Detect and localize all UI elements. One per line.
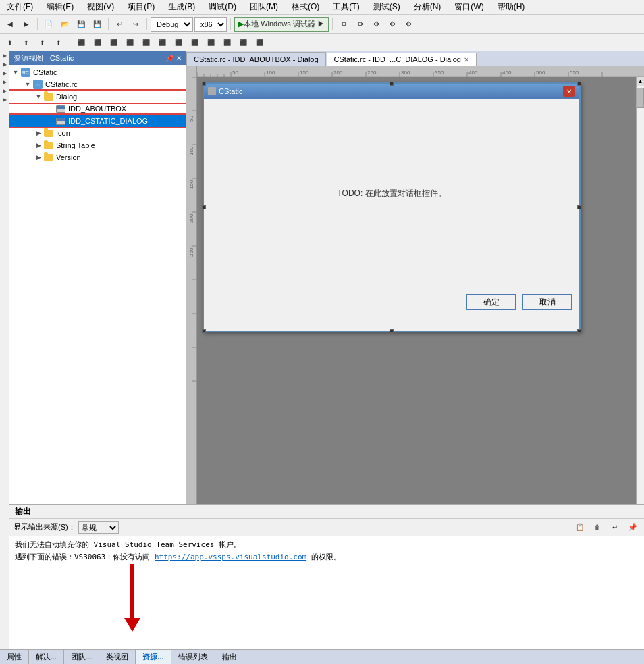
status-output[interactable]: 输出	[215, 650, 244, 664]
res-toolbar-btn4[interactable]: ⬆	[51, 35, 66, 50]
status-properties[interactable]: 属性	[0, 650, 29, 664]
toolbar-open[interactable]: 📂	[57, 17, 72, 32]
output-copy-btn[interactable]: 📋	[572, 520, 587, 535]
toolbar-new[interactable]: 📄	[41, 17, 56, 32]
status-solution[interactable]: 解决...	[29, 650, 64, 664]
menu-test[interactable]: 测试(S)	[369, 0, 404, 14]
toolbar-save-all[interactable]: 💾	[90, 17, 105, 32]
sidebar-icon1[interactable]: ▶	[1, 53, 9, 61]
sidebar-icon3[interactable]: ▶	[1, 70, 9, 78]
toolbar-back[interactable]: ◀	[3, 17, 18, 32]
output-pin-btn[interactable]: 📌	[625, 520, 640, 535]
menu-debug[interactable]: 调试(D)	[205, 0, 240, 14]
menu-tools[interactable]: 工具(T)	[329, 0, 363, 14]
tree-toggle-cstatic[interactable]: ▼	[11, 68, 20, 77]
tree-icon-rc: rc	[32, 79, 43, 90]
handle-bot-right[interactable]	[577, 329, 581, 333]
run-button[interactable]: ▶ 本地 Windows 调试器 ▶	[234, 17, 329, 32]
status-team[interactable]: 团队...	[64, 650, 99, 664]
status-class[interactable]: 类视图	[99, 650, 136, 664]
tab-close-icon[interactable]: ✕	[464, 56, 469, 63]
res-toolbar-btn1[interactable]: ⬆	[3, 35, 18, 50]
toolbar-extra4[interactable]: ⚙	[385, 17, 400, 32]
res-toolbar-btn6[interactable]: ⬛	[90, 35, 105, 50]
toolbar-extra2[interactable]: ⚙	[352, 17, 367, 32]
sidebar-icon5[interactable]: ▶	[1, 88, 9, 96]
tree-toggle-rc[interactable]: ▼	[23, 80, 32, 89]
menu-build[interactable]: 生成(B)	[164, 0, 199, 14]
tab-aboutbox[interactable]: CStatic.rc - IDD_ABOUTBOX - Dialog	[186, 52, 326, 66]
menu-edit[interactable]: 编辑(E)	[43, 0, 78, 14]
toolbar2-sep1	[70, 36, 70, 49]
res-toolbar-btn9[interactable]: ⬛	[138, 35, 153, 50]
output-source-select[interactable]: 常规	[78, 521, 119, 534]
tree-root-cstatic[interactable]: ▼ RC CStatic	[9, 66, 186, 78]
tree-toggle-cstatic-dialog[interactable]	[46, 116, 55, 126]
menu-format[interactable]: 格式(O)	[288, 0, 323, 14]
menu-window[interactable]: 窗口(W)	[450, 0, 487, 14]
tree-item-idd-aboutbox[interactable]: IDD_ABOUTBOX	[9, 103, 186, 115]
handle-top-left[interactable]	[202, 82, 206, 86]
output-link[interactable]: https://app.vssps.visualstudio.com	[155, 553, 306, 561]
tree-item-dialog-folder[interactable]: ▼ Dialog	[9, 91, 186, 103]
res-toolbar-btn12[interactable]: ⬛	[187, 35, 202, 50]
menu-team[interactable]: 团队(M)	[246, 0, 282, 14]
res-toolbar-btn15[interactable]: ⬛	[236, 35, 250, 50]
dialog-cancel-button[interactable]: 取消	[522, 294, 572, 310]
res-toolbar-btn13[interactable]: ⬛	[203, 35, 218, 50]
tree-item-string-table[interactable]: ▶ String Table	[9, 139, 186, 151]
tab-cstatic-dialog[interactable]: CStatic.rc - IDD_...C_DIALOG - Dialog ✕	[327, 53, 477, 66]
res-toolbar-btn8[interactable]: ⬛	[122, 35, 137, 50]
res-toolbar-btn5[interactable]: ⬛	[74, 35, 88, 50]
menu-help[interactable]: 帮助(H)	[493, 0, 529, 14]
res-toolbar-btn14[interactable]: ⬛	[219, 35, 234, 50]
sidebar-icon2[interactable]: ▶	[1, 61, 9, 70]
debug-mode-select[interactable]: Debug	[151, 17, 193, 32]
platform-select[interactable]: x86	[194, 17, 227, 32]
handle-top-right[interactable]	[577, 82, 581, 86]
tree-toggle-dialog[interactable]: ▼	[34, 92, 43, 101]
toolbar-redo[interactable]: ↪	[128, 17, 143, 32]
output-clear-btn[interactable]: 🗑	[590, 520, 605, 535]
dialog-close-button[interactable]: ✕	[563, 86, 575, 97]
scrollbar-v-thumb[interactable]	[637, 88, 644, 108]
tree-toggle-icon[interactable]: ▶	[34, 128, 43, 138]
res-toolbar-btn11[interactable]: ⬛	[171, 35, 186, 50]
output-wrap-btn[interactable]: ↵	[608, 520, 622, 535]
status-error-list[interactable]: 错误列表	[171, 650, 215, 664]
tree-item-icon-folder[interactable]: ▶ Icon	[9, 127, 186, 139]
toolbar-extra3[interactable]: ⚙	[369, 17, 383, 32]
tree-toggle-aboutbox[interactable]	[46, 104, 55, 113]
toolbar-undo[interactable]: ↩	[112, 17, 127, 32]
tree-toggle-string-table[interactable]: ▶	[34, 141, 43, 150]
res-toolbar-btn2[interactable]: ⬆	[19, 35, 34, 50]
tree-item-idd-cstatic-dialog[interactable]: IDD_CSTATIC_DIALOG	[9, 115, 186, 127]
sidebar-icon4[interactable]: ▶	[1, 79, 9, 87]
tree-item-version-folder[interactable]: ▶ Version	[9, 151, 186, 163]
resource-panel-close[interactable]: ✕	[176, 55, 182, 62]
status-resource[interactable]: 资源...	[136, 650, 171, 664]
tree-item-rc[interactable]: ▼ rc CStatic.rc	[9, 78, 186, 91]
res-toolbar-btn7[interactable]: ⬛	[106, 35, 121, 50]
handle-bot-left[interactable]	[202, 329, 206, 333]
dialog-title-icon	[208, 87, 216, 95]
toolbar-save[interactable]: 💾	[74, 17, 88, 32]
tree-toggle-version[interactable]: ▶	[34, 153, 43, 162]
res-toolbar-btn10[interactable]: ⬛	[155, 35, 169, 50]
menu-file[interactable]: 文件(F)	[3, 0, 37, 14]
toolbar-extra1[interactable]: ⚙	[336, 17, 351, 32]
handle-bot-mid[interactable]	[390, 329, 394, 333]
menu-project[interactable]: 项目(P)	[124, 0, 159, 14]
res-toolbar-btn16[interactable]: ⬛	[252, 35, 267, 50]
toolbar-extra5[interactable]: ⚙	[401, 17, 416, 32]
status-error-list-label: 错误列表	[178, 652, 208, 662]
dialog-ok-button[interactable]: 确定	[466, 294, 516, 310]
scrollbar-v-up[interactable]: ▲	[637, 77, 644, 86]
toolbar-forward[interactable]: ▶	[19, 17, 34, 32]
res-toolbar-btn3[interactable]: ⬆	[35, 35, 50, 50]
menu-view[interactable]: 视图(V)	[83, 0, 118, 14]
resource-panel-pin[interactable]: 📌	[165, 55, 173, 62]
menu-analyze[interactable]: 分析(N)	[410, 0, 446, 14]
sidebar-icon6[interactable]: ▶	[1, 97, 9, 105]
handle-top-mid[interactable]	[390, 82, 394, 86]
